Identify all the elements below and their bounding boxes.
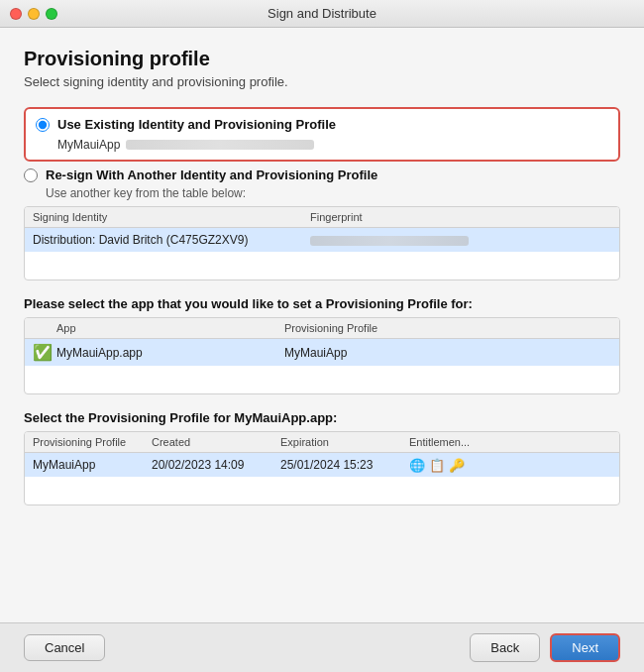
back-button[interactable]: Back: [470, 633, 540, 662]
empty-row: [25, 252, 619, 280]
prov-profile-cell: MyMauiApp: [284, 346, 611, 360]
app-icon-col-header: [33, 322, 56, 334]
profile-table-header: Provisioning Profile Created Expiration …: [25, 432, 619, 453]
entitlement-icons: 🌐 📋 🔑: [409, 458, 611, 473]
prov-col-header: Provisioning Profile: [284, 322, 611, 334]
app-name-value: MyMauiApp: [57, 138, 120, 152]
profile-table-section-label: Select the Provisioning Profile for MyMa…: [24, 410, 620, 425]
pp-name-col-header: Provisioning Profile: [33, 436, 152, 448]
page-subtitle: Select signing identity and provisioning…: [24, 74, 620, 89]
created-cell: 20/02/2023 14:09: [152, 458, 280, 472]
option1-label: Use Existing Identity and Provisioning P…: [57, 117, 336, 132]
option1-radio[interactable]: [36, 118, 50, 132]
check-icon: ✅: [33, 343, 56, 362]
option2-block: Re-sign With Another Identity and Provis…: [24, 168, 620, 280]
signing-identity-cell: Distribution: David Britch (C475GZ2XV9): [33, 233, 310, 247]
fingerprint-cell: [310, 233, 611, 247]
footer-right: Back Next: [470, 633, 620, 662]
app-name-row: MyMauiApp: [36, 136, 608, 152]
app-name-cell: MyMauiApp.app: [56, 346, 284, 360]
expiration-cell: 25/01/2024 15:23: [280, 458, 409, 472]
title-bar: Sign and Distribute: [0, 0, 644, 28]
list-icon: 📋: [429, 458, 445, 473]
empty-row: [25, 477, 619, 504]
profile-table: Provisioning Profile Created Expiration …: [24, 431, 620, 505]
cancel-button[interactable]: Cancel: [24, 634, 105, 661]
identity-blur-bar: [126, 140, 314, 150]
option1-box: Use Existing Identity and Provisioning P…: [24, 107, 620, 162]
option1-row[interactable]: Use Existing Identity and Provisioning P…: [36, 117, 608, 132]
globe-icon: 🌐: [409, 458, 425, 473]
page-title: Provisioning profile: [24, 48, 620, 70]
pp-name-cell: MyMauiApp: [33, 458, 152, 472]
app-col-header: App: [56, 322, 284, 334]
main-content: Provisioning profile Select signing iden…: [0, 28, 644, 622]
footer-left: Cancel: [24, 634, 105, 661]
option2-helper: Use another key from the table below:: [46, 186, 620, 200]
table-row[interactable]: ✅ MyMauiApp.app MyMauiApp: [25, 339, 619, 366]
app-table: App Provisioning Profile ✅ MyMauiApp.app…: [24, 317, 620, 394]
option2-row[interactable]: Re-sign With Another Identity and Provis…: [24, 168, 620, 182]
key-icon: 🔑: [449, 458, 465, 473]
close-button[interactable]: [10, 8, 22, 20]
window-title: Sign and Distribute: [268, 6, 376, 21]
app-table-header: App Provisioning Profile: [25, 318, 619, 339]
expiration-col-header: Expiration: [280, 436, 409, 448]
signing-table-header: Signing Identity Fingerprint: [25, 207, 619, 228]
fingerprint-blur: [310, 236, 469, 246]
entitlements-col-header: Entitlemen...: [409, 436, 611, 448]
signing-col-header: Signing Identity: [33, 211, 310, 223]
fingerprint-col-header: Fingerprint: [310, 211, 611, 223]
minimize-button[interactable]: [28, 8, 40, 20]
created-col-header: Created: [152, 436, 280, 448]
signing-table: Signing Identity Fingerprint Distributio…: [24, 206, 620, 280]
table-row[interactable]: MyMauiApp 20/02/2023 14:09 25/01/2024 15…: [25, 453, 619, 477]
next-button[interactable]: Next: [550, 633, 620, 662]
option2-radio[interactable]: [24, 168, 38, 182]
entitlements-cell: 🌐 📋 🔑: [409, 458, 611, 473]
app-table-section-label: Please select the app that you would lik…: [24, 296, 620, 311]
empty-row: [25, 366, 619, 393]
option2-label: Re-sign With Another Identity and Provis…: [46, 168, 377, 182]
table-row[interactable]: Distribution: David Britch (C475GZ2XV9): [25, 228, 619, 252]
window-controls[interactable]: [10, 8, 57, 20]
footer: Cancel Back Next: [0, 622, 644, 672]
maximize-button[interactable]: [46, 8, 57, 20]
